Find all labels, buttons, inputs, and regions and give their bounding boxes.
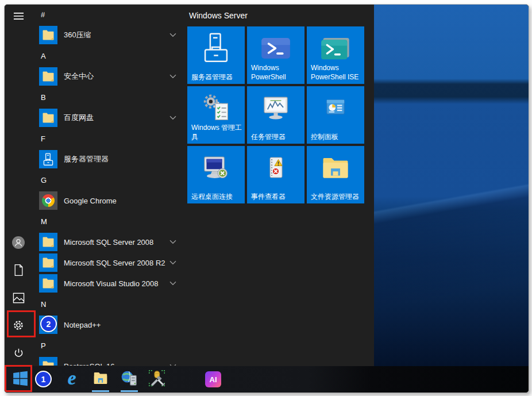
pictures-icon: [13, 293, 25, 303]
start-tile[interactable]: 文件资源管理器: [307, 146, 364, 203]
annotation-step-1-badge: 1: [35, 371, 52, 387]
app-list-item[interactable]: Microsoft Visual Studio 2008: [32, 273, 184, 294]
app-list-section-letter[interactable]: P: [32, 335, 184, 356]
tools-icon: [148, 370, 165, 389]
app-list-item[interactable]: PostgreSQL 16: [32, 356, 184, 366]
event-viewer-icon: [247, 151, 304, 184]
start-menu: #360压缩A安全中心B百度网盘F服务器管理器GGoogle ChromeMMi…: [5, 5, 374, 366]
app-list-item[interactable]: Microsoft SQL Server 2008: [32, 232, 184, 252]
app-list-item-label: 百度网盘: [64, 113, 94, 123]
app-list-item[interactable]: Microsoft SQL Server 2008 R2: [32, 252, 184, 273]
gear-icon: [12, 319, 25, 332]
app-list: #360压缩A安全中心B百度网盘F服务器管理器GGoogle ChromeMMi…: [32, 4, 184, 366]
app-list-item-label: PostgreSQL 16: [64, 362, 114, 366]
user-icon: [11, 236, 25, 249]
documents-button[interactable]: [5, 257, 32, 283]
taskbar: eAI: [5, 366, 529, 393]
start-tile[interactable]: Windows 管理工具: [187, 86, 245, 144]
taskbar-admin-tool-button[interactable]: [143, 366, 171, 393]
app-list-item-label: Microsoft SQL Server 2008 R2: [64, 259, 165, 267]
taskbar-iis-manager-button[interactable]: [115, 366, 143, 393]
file-explorer-icon: [307, 151, 364, 184]
tile-label: Windows 管理工具: [191, 124, 243, 141]
app-list-item[interactable]: Google Chrome: [32, 190, 184, 211]
power-button[interactable]: [5, 340, 32, 366]
taskbar-chrome-button[interactable]: [171, 366, 198, 393]
folder-icon: [92, 371, 109, 388]
windows-logo-icon: [13, 371, 28, 389]
pictures-button[interactable]: [5, 285, 32, 310]
app-list-section-letter[interactable]: B: [32, 87, 184, 107]
powershell-ise-icon: [307, 32, 364, 65]
annotation-step-2-badge: 2: [40, 316, 57, 332]
chevron-down-icon[interactable]: [169, 33, 176, 37]
control-panel-icon: [307, 91, 364, 125]
start-tile[interactable]: 远程桌面连接: [187, 146, 245, 203]
app-list-item[interactable]: 360压缩: [32, 25, 184, 45]
tile-label: 远程桌面连接: [191, 193, 243, 201]
tile-zone: Windows Server 服务器管理器Windows PowerShellW…: [184, 5, 374, 366]
app-list-item-label: Notepad++: [64, 321, 101, 329]
ie-icon: e: [68, 369, 76, 388]
taskbar-file-explorer-button[interactable]: [87, 366, 114, 393]
app-list-section-letter[interactable]: M: [32, 211, 184, 232]
tile-label: 事件查看器: [251, 193, 303, 201]
running-indicator: [121, 390, 138, 392]
globe-server-icon: [121, 370, 138, 389]
start-tile[interactable]: 任务管理器: [247, 86, 304, 144]
chrome-icon: [39, 191, 57, 210]
server-manager-big-icon: [187, 32, 245, 65]
app-list-item[interactable]: 服务器管理器: [32, 149, 184, 170]
app-list-item-label: 360压缩: [64, 30, 91, 40]
app-list-item[interactable]: 百度网盘: [32, 107, 184, 128]
app-list-section-letter[interactable]: N: [32, 294, 184, 314]
folder-icon: [39, 233, 57, 251]
start-tile[interactable]: Windows PowerShell: [247, 26, 304, 84]
folder-icon: [39, 67, 57, 86]
tile-label: 服务器管理器: [191, 73, 243, 82]
document-icon: [13, 264, 24, 276]
chevron-down-icon[interactable]: [169, 281, 176, 286]
app-list-section-letter[interactable]: G: [32, 170, 184, 190]
taskbar-illustrator-button[interactable]: AI: [199, 366, 227, 393]
screenshot-frame: #360压缩A安全中心B百度网盘F服务器管理器GGoogle ChromeMMi…: [0, 0, 532, 396]
start-menu-rail: [5, 5, 32, 366]
folder-icon: [39, 109, 57, 127]
app-list-item-label: 安全中心: [64, 71, 94, 82]
start-tile[interactable]: Windows PowerShell ISE: [307, 26, 364, 84]
app-list-section-letter[interactable]: #: [32, 4, 184, 25]
start-tile[interactable]: 控制面板: [307, 86, 364, 144]
app-list-item-label: 服务器管理器: [64, 154, 109, 164]
folder-icon: [39, 274, 57, 293]
tile-label: 任务管理器: [251, 133, 303, 141]
settings-button[interactable]: [5, 313, 32, 338]
chevron-down-icon[interactable]: [169, 364, 176, 366]
chevron-down-icon[interactable]: [169, 240, 176, 244]
tile-grid: 服务器管理器Windows PowerShellWindows PowerShe…: [187, 26, 364, 203]
tile-label: Windows PowerShell: [251, 64, 303, 82]
tile-label: 控制面板: [311, 133, 363, 141]
chevron-down-icon[interactable]: [169, 260, 176, 265]
chevron-down-icon[interactable]: [169, 74, 176, 79]
taskbar-internet-explorer-button[interactable]: e: [58, 366, 86, 393]
app-list-item-label: Microsoft Visual Studio 2008: [64, 279, 159, 288]
ai-icon: AI: [205, 371, 221, 387]
taskbar-start-button[interactable]: [7, 366, 33, 393]
app-list-item-label: Google Chrome: [64, 197, 117, 205]
tile-label: Windows PowerShell ISE: [311, 64, 363, 82]
power-icon: [13, 347, 25, 359]
folder-icon: [39, 26, 57, 44]
running-indicator: [92, 390, 109, 392]
app-list-item[interactable]: 安全中心: [32, 66, 184, 87]
app-list-section-letter[interactable]: F: [32, 128, 184, 149]
user-button[interactable]: [5, 230, 32, 255]
start-tile[interactable]: 事件查看器: [247, 146, 304, 203]
tile-group-label: Windows Server: [189, 11, 248, 20]
app-list-section-letter[interactable]: A: [32, 45, 184, 66]
start-tile[interactable]: 服务器管理器: [187, 26, 245, 84]
remote-desktop-icon: [187, 151, 245, 184]
screen: #360压缩A安全中心B百度网盘F服务器管理器GGoogle ChromeMMi…: [4, 4, 529, 393]
hamburger-button[interactable]: [5, 4, 32, 29]
admin-tools-icon: [187, 91, 245, 125]
chevron-down-icon[interactable]: [169, 116, 176, 120]
